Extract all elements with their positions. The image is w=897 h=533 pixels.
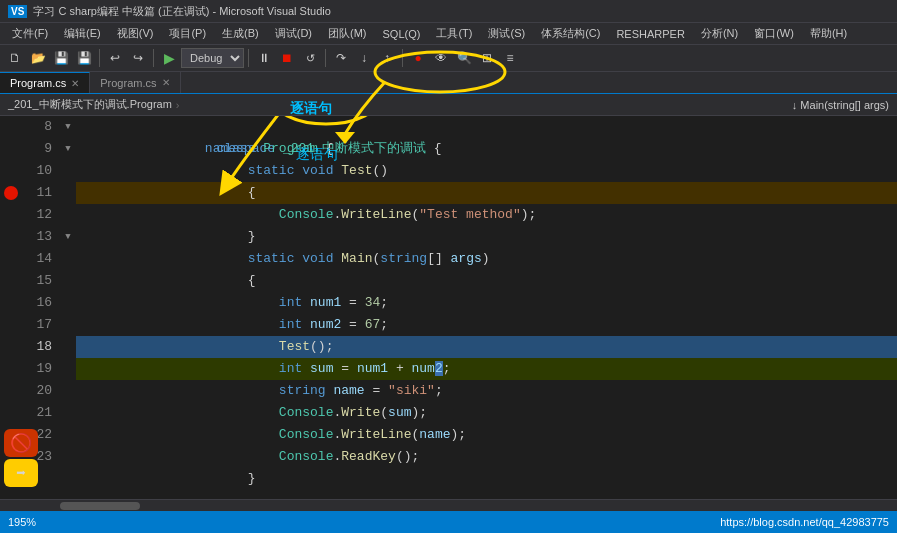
tb-save-all[interactable]: 💾 (73, 47, 95, 69)
ln9: 9 (22, 138, 60, 160)
tb-sep4 (325, 49, 326, 67)
ci-13[interactable]: ▼ (60, 226, 76, 248)
ci-18 (60, 336, 76, 358)
ci-21 (60, 402, 76, 424)
menu-arch2[interactable]: 体系结构(C) (533, 24, 608, 43)
tb-restart[interactable]: ↺ (299, 47, 321, 69)
ci-8[interactable]: ▼ (60, 116, 76, 138)
tab2-label: Program.cs (100, 77, 156, 89)
breadcrumb2: _201_中断模式下的调试.Program › ↓ Main(string[] … (0, 94, 897, 116)
vs-logo: VS (8, 5, 27, 18)
tb-redo[interactable]: ↪ (127, 47, 149, 69)
ln21: 21 (22, 402, 60, 424)
tb-step-out[interactable]: ↑ (376, 47, 398, 69)
tb-locals[interactable]: ≡ (499, 47, 521, 69)
tb-open[interactable]: 📂 (27, 47, 49, 69)
ln19: 19 (22, 358, 60, 380)
tab1-close[interactable]: ✕ (71, 78, 79, 89)
ln14: 14 (22, 248, 60, 270)
breadcrumb-method-text[interactable]: ↓ Main(string[] args) (792, 99, 889, 111)
menu-file[interactable]: 文件(F) (4, 24, 56, 43)
debug-config[interactable]: Debug (181, 48, 244, 68)
ci-19 (60, 358, 76, 380)
debug-icon-arrow[interactable]: ➡ (4, 459, 38, 487)
ln18: 18 (22, 336, 60, 358)
status-bar: 195% https://blog.csdn.net/qq_42983775 (0, 511, 897, 533)
breadcrumb-sep: › (176, 99, 180, 111)
tb-autos[interactable]: ⊞ (476, 47, 498, 69)
tab1[interactable]: Program.cs ✕ (0, 72, 90, 93)
tb-step-over[interactable]: ↷ (330, 47, 352, 69)
spacer-bp (0, 116, 22, 182)
tb-stop[interactable]: ⏹ (276, 47, 298, 69)
menu-analyze2[interactable]: 分析(N) (693, 24, 746, 43)
menu-window2[interactable]: 窗口(W) (746, 24, 802, 43)
debug-icon-eraser[interactable]: 🚫 (4, 429, 38, 457)
tab2-close[interactable]: ✕ (162, 77, 170, 88)
title-bar: VS 字习 C sharp编程 中级篇 (正在调试) - Microsoft V… (0, 0, 897, 22)
menu-resharper2[interactable]: RESHARPER (608, 26, 692, 42)
menu-build2[interactable]: 生成(B) (214, 24, 267, 43)
ci-16 (60, 292, 76, 314)
tb-step-into[interactable]: ↓ (353, 47, 375, 69)
toolbar2: 🗋 📂 💾 💾 ↩ ↪ ▶ Debug ⏸ ⏹ ↺ ↷ ↓ ↑ ● 👁 🔍 ⊞ … (0, 44, 897, 72)
tb-sep5 (402, 49, 403, 67)
menu-tools2[interactable]: 工具(T) (428, 24, 480, 43)
ci-20 (60, 380, 76, 402)
debug-side-icons: 🚫 ➡ (0, 425, 42, 491)
ln11: 11 (22, 182, 60, 204)
menu-debug2[interactable]: 调试(D) (267, 24, 320, 43)
tb-sep3 (248, 49, 249, 67)
menu-proj2[interactable]: 项目(P) (161, 24, 214, 43)
menu-view2[interactable]: 视图(V) (109, 24, 162, 43)
ci-12 (60, 204, 76, 226)
ln12: 12 (22, 204, 60, 226)
tb-undo[interactable]: ↩ (104, 47, 126, 69)
menu-bar: 文件(F) 编辑(E) 视图(V) 项目(P) 生成(B) 调试(D) 团队(M… (0, 22, 897, 44)
cl-8: class Program { (76, 116, 897, 138)
tb-quickwatch[interactable]: 🔍 (453, 47, 475, 69)
tb-save[interactable]: 💾 (50, 47, 72, 69)
ci-10 (60, 160, 76, 182)
ci-17 (60, 314, 76, 336)
menu-team2[interactable]: 团队(M) (320, 24, 375, 43)
tb-sep1 (99, 49, 100, 67)
ln20: 20 (22, 380, 60, 402)
tb-watch[interactable]: 👁 (430, 47, 452, 69)
tb-bp[interactable]: ● (407, 47, 429, 69)
tb-sep2 (153, 49, 154, 67)
ci-14 (60, 248, 76, 270)
breakpoint-indicator[interactable] (4, 186, 18, 200)
ln8: 8 (22, 116, 60, 138)
ln15: 15 (22, 270, 60, 292)
menu-test2[interactable]: 测试(S) (480, 24, 533, 43)
ln10: 10 (22, 160, 60, 182)
ln16: 16 (22, 292, 60, 314)
tab2[interactable]: Program.cs ✕ (90, 72, 180, 93)
tab1-label: Program.cs (10, 77, 66, 89)
menu-edit2[interactable]: 编辑(E) (56, 24, 109, 43)
code-lines-container: class Program { static void Test() { Con… (76, 116, 897, 468)
ln17: 17 (22, 314, 60, 336)
tab-bar2: Program.cs ✕ Program.cs ✕ (0, 72, 897, 94)
collapse-indicators: ▼ ▼ ▼ (60, 116, 76, 511)
tb-pause[interactable]: ⏸ (253, 47, 275, 69)
ci-11 (60, 182, 76, 204)
ci-9[interactable]: ▼ (60, 138, 76, 160)
code-lines-area[interactable]: namespace _201_中断模式下的调试 { class Program … (76, 116, 897, 511)
tb-new[interactable]: 🗋 (4, 47, 26, 69)
h-scrollbar-thumb[interactable] (60, 502, 140, 510)
ci-22 (60, 424, 76, 446)
menu-help2[interactable]: 帮助(H) (802, 24, 855, 43)
menu-sql2[interactable]: SQL(Q) (375, 26, 429, 42)
ci-15 (60, 270, 76, 292)
status-zoom[interactable]: 195% (8, 516, 36, 528)
breadcrumb-text[interactable]: _201_中断模式下的调试.Program (8, 97, 172, 112)
tb-start[interactable]: ▶ (158, 47, 180, 69)
window-title: 字习 C sharp编程 中级篇 (正在调试) - Microsoft Visu… (33, 4, 330, 19)
ci-23 (60, 446, 76, 468)
h-scrollbar[interactable] (0, 499, 897, 511)
editor-main: 8 9 10 11 12 13 14 15 16 17 18 19 20 21 … (0, 116, 897, 511)
ln13: 13 (22, 226, 60, 248)
status-url: https://blog.csdn.net/qq_42983775 (720, 516, 889, 528)
